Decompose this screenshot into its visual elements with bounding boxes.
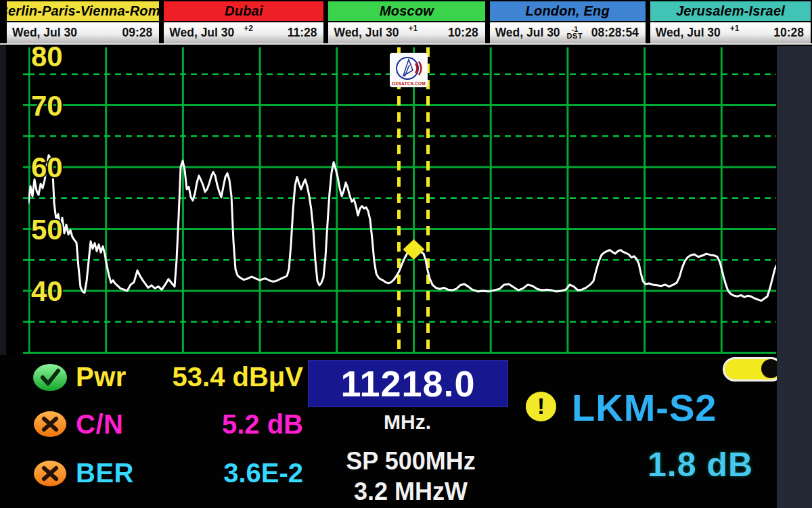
world-clock-bar: Berlin-Paris-Vienna-Roma Wed, Jul 30 09:… <box>0 0 812 45</box>
ber-value: 3.6E-2 <box>149 458 303 488</box>
clock-date: Wed, Jul 30 <box>169 26 234 40</box>
utc-offset: +2 <box>244 24 253 33</box>
y-axis-label: 50 <box>31 214 63 246</box>
clock-city-label: Moscow <box>327 0 486 22</box>
utc-offset: +1 <box>408 24 418 33</box>
cross-icon <box>32 410 68 438</box>
clock-moscow: Moscow Wed, Jul 30 +1 10:28 <box>327 0 488 43</box>
frequency-value: 11218.0 <box>340 363 475 405</box>
clock-time-row: Wed, Jul 30 +1 10:28 <box>327 22 486 43</box>
clock-dubai: Dubai Wed, Jul 30 +2 11:28 <box>162 0 327 43</box>
status-panel: Pwr 53.4 dBμV C/N 5.2 dB BER 3.6E-2 1121… <box>0 355 812 508</box>
clock-city-label: London, Eng <box>489 0 647 22</box>
cn-label: C/N <box>76 409 123 440</box>
frequency-unit: MHz. <box>308 411 507 434</box>
frequency-display[interactable]: 11218.0 <box>308 360 508 407</box>
satellite-dish-icon <box>391 55 426 81</box>
cn-value: 5.2 dB <box>149 409 303 440</box>
clock-time-row: Wed, Jul 30 +1 10:28 <box>649 22 812 43</box>
bandwidth-setting: 3.2 MHzW <box>291 478 531 506</box>
logo-text: DXSATCS.COM <box>392 81 426 86</box>
utc-offset: +1 <box>730 24 740 33</box>
y-axis-label: 40 <box>31 275 63 307</box>
right-bezel-strip <box>777 46 812 508</box>
clock-date: Wed, Jul 30 <box>656 26 721 40</box>
clock-date: Wed, Jul 30 <box>495 26 560 40</box>
check-icon <box>32 363 68 392</box>
dst-indicator: -1 DST <box>567 26 583 39</box>
clock-time: 08:28:54 <box>591 26 639 40</box>
clock-time-row: Wed, Jul 30 -1 DST 08:28:54 <box>489 22 647 43</box>
pwr-label: Pwr <box>76 362 127 392</box>
demod-standard: LKM-S2 <box>572 386 717 430</box>
toggle-switch[interactable] <box>723 357 784 382</box>
cross-icon <box>32 459 68 488</box>
plot-area[interactable] <box>28 43 777 353</box>
pwr-value: 53.4 dBμV <box>149 362 303 392</box>
clock-city-label: Dubai <box>162 0 325 22</box>
clock-time-row: Wed, Jul 30 +2 11:28 <box>162 22 325 43</box>
satellite-meter-screen: Berlin-Paris-Vienna-Roma Wed, Jul 30 09:… <box>0 0 812 508</box>
clock-time-row: Wed, Jul 30 09:28 <box>5 22 160 43</box>
clock-date: Wed, Jul 30 <box>12 26 77 40</box>
clock-jerusalem: Jerusalem-Israel Wed, Jul 30 +1 10:28 <box>649 0 812 43</box>
clock-time: 10:28 <box>448 26 478 40</box>
ber-label: BER <box>76 458 134 488</box>
clock-berlin: Berlin-Paris-Vienna-Roma Wed, Jul 30 09:… <box>5 0 162 43</box>
link-margin-value: 1.8 dB <box>648 445 753 484</box>
clock-date: Wed, Jul 30 <box>334 26 399 40</box>
clock-city-label: Jerusalem-Israel <box>649 0 812 22</box>
clock-time: 09:28 <box>122 26 153 40</box>
clock-london: London, Eng Wed, Jul 30 -1 DST 08:28:54 <box>489 0 649 43</box>
y-axis-label: 60 <box>31 152 63 183</box>
span-setting: SP 500MHz <box>291 447 531 476</box>
clock-time: 11:28 <box>288 26 317 40</box>
clock-time: 10:28 <box>773 26 804 40</box>
y-axis-label: 70 <box>31 90 63 122</box>
y-axis-label: 80 <box>31 41 63 72</box>
warning-icon: ! <box>526 392 556 421</box>
dst-label: DST <box>567 33 583 39</box>
dxsatcs-logo: DXSATCS.COM <box>390 53 428 87</box>
clock-city-label: Berlin-Paris-Vienna-Roma <box>5 0 160 22</box>
